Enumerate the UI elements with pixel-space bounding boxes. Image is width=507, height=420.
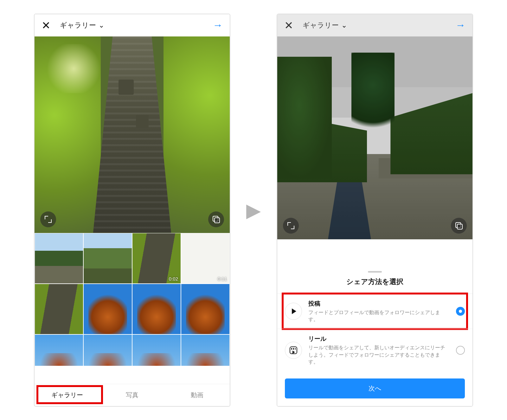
option-desc: リールで動画をシェアして、新しいオーディエンスにリーチしよう。フィードでフォロワ… [308,344,450,365]
option-desc: フィードとプロフィールで動画をフォロワーにシェアします。 [308,309,450,323]
thumbnail[interactable] [132,284,181,334]
preview-image[interactable] [35,36,230,233]
thumbnail[interactable] [83,233,132,284]
right-phone: ✕ ギャラリー ⌄ → [277,14,473,407]
topbar-title: ギャラリー [303,21,339,30]
radio-selected[interactable] [456,307,465,316]
topbar: ✕ ギャラリー ⌄ → [35,14,230,36]
chevron-down-icon: ⌄ [341,21,347,29]
tab-photos[interactable]: 写真 [99,384,164,406]
thumbnail[interactable]: 0:02 [132,233,181,284]
close-icon[interactable]: ✕ [284,20,293,31]
preview-image[interactable] [277,36,472,239]
sheet-title: シェア方法を選択 [277,277,472,287]
next-arrow-icon[interactable]: → [213,19,223,31]
next-arrow-icon[interactable]: → [455,19,465,31]
gallery-dropdown[interactable]: ギャラリー ⌄ [303,21,347,30]
thumbnail[interactable] [132,334,181,366]
option-post[interactable]: 投稿 フィードとプロフィールで動画をフォロワーにシェアします。 [277,294,472,329]
tab-gallery[interactable]: ギャラリー [35,384,99,406]
thumbnail-grid: 0:02 0:11 [35,233,230,384]
option-reel[interactable]: リール リールで動画をシェアして、新しいオーディエンスにリーチしよう。フィードで… [277,329,472,371]
bottom-tabs: ギャラリー 写真 動画 [35,384,230,406]
left-phone: ✕ ギャラリー ⌄ → [34,14,230,407]
next-button[interactable]: 次へ [285,378,465,398]
thumbnail[interactable] [35,284,83,334]
share-sheet: シェア方法を選択 投稿 フィードとプロフィールで動画をフォロワーにシェアします。… [277,265,472,406]
thumbnail[interactable] [181,334,230,366]
multi-select-icon[interactable] [451,218,467,234]
sheet-handle[interactable] [368,271,382,273]
thumbnail[interactable] [181,284,230,334]
play-icon [285,303,302,320]
tab-videos[interactable]: 動画 [165,384,230,406]
close-icon[interactable]: ✕ [42,20,50,31]
video-duration: 0:02 [169,276,178,281]
topbar-title: ギャラリー [60,21,96,30]
chevron-down-icon: ⌄ [99,21,104,29]
option-title: リール [308,335,450,343]
flow-arrow-icon: ▶ [246,199,261,221]
topbar: ✕ ギャラリー ⌄ → [277,14,472,36]
thumbnail[interactable]: 0:11 [181,233,230,284]
thumbnail[interactable] [35,334,83,366]
video-duration: 0:11 [218,276,227,281]
thumbnail[interactable] [83,284,132,334]
radio-unselected[interactable] [456,346,465,355]
expand-icon[interactable] [40,211,56,227]
option-title: 投稿 [308,300,450,308]
reel-icon [285,342,302,359]
thumbnail[interactable] [83,334,132,366]
multi-select-icon[interactable] [208,211,224,227]
thumbnail[interactable] [35,233,83,284]
gallery-dropdown[interactable]: ギャラリー ⌄ [60,21,104,30]
expand-icon[interactable] [283,218,299,234]
